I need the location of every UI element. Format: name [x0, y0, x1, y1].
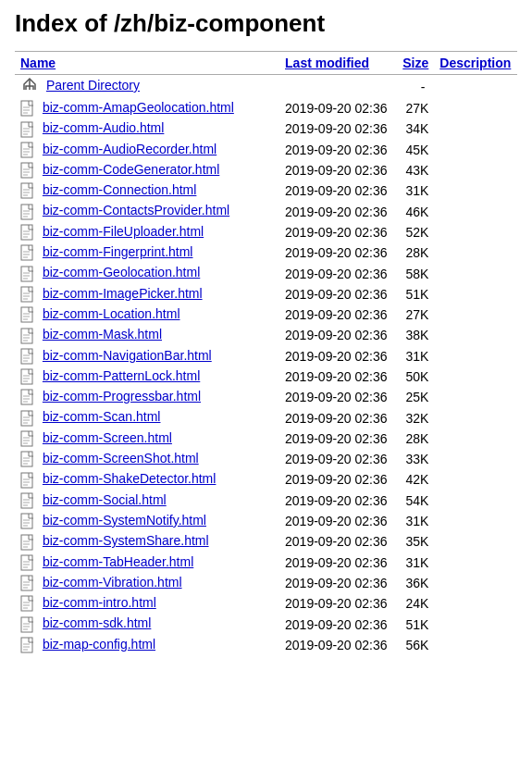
file-link[interactable]: biz-comm-sdk.html: [43, 615, 151, 630]
svg-rect-97: [21, 596, 32, 611]
table-row: biz-comm-ImagePicker.html 2019-09-20 02:…: [15, 284, 517, 304]
file-date-cell: 2019-09-20 02:36: [276, 614, 397, 634]
svg-rect-93: [21, 576, 32, 590]
sort-by-name-link[interactable]: Name: [20, 56, 56, 70]
file-date-cell: 2019-09-20 02:36: [276, 180, 397, 201]
svg-rect-37: [21, 287, 32, 302]
file-link[interactable]: biz-comm-Scan.html: [43, 409, 161, 424]
table-row: biz-comm-SystemNotify.html 2019-09-20 02…: [15, 511, 517, 531]
table-header-row: Name Last modified Size Description: [15, 52, 517, 75]
file-size-cell: 56K: [397, 635, 434, 655]
file-name-cell: biz-map-config.html: [15, 635, 276, 655]
svg-rect-5: [21, 122, 32, 137]
file-size-cell: 51K: [397, 614, 434, 634]
parent-desc-cell: [434, 75, 517, 99]
svg-rect-65: [21, 431, 32, 446]
file-date-cell: 2019-09-20 02:36: [276, 263, 397, 283]
file-name-cell: biz-comm-ScreenShot.html: [15, 449, 276, 469]
file-icon: [20, 534, 35, 551]
file-link[interactable]: biz-comm-Social.html: [43, 492, 167, 507]
table-row: biz-comm-Screen.html 2019-09-20 02:36 28…: [15, 428, 517, 449]
table-row: biz-comm-Fingerprint.html 2019-09-20 02:…: [15, 242, 517, 263]
file-date-cell: 2019-09-20 02:36: [276, 469, 397, 490]
file-desc-cell: [434, 160, 517, 180]
file-link[interactable]: biz-comm-Progressbar.html: [43, 389, 201, 404]
file-link[interactable]: biz-comm-Location.html: [43, 306, 180, 321]
file-icon: [20, 368, 35, 385]
table-row: biz-comm-AudioRecorder.html 2019-09-20 0…: [15, 140, 517, 160]
file-link[interactable]: biz-comm-intro.html: [43, 595, 156, 610]
file-name-cell: biz-comm-Geolocation.html: [15, 263, 276, 283]
file-link[interactable]: biz-comm-Screen.html: [43, 430, 172, 445]
file-link[interactable]: biz-comm-TabHeader.html: [43, 554, 193, 569]
file-icon: [20, 142, 35, 158]
file-link[interactable]: biz-comm-PatternLock.html: [43, 368, 200, 383]
file-date-cell: 2019-09-20 02:36: [276, 428, 397, 449]
file-link[interactable]: biz-comm-AudioRecorder.html: [43, 142, 217, 156]
file-link[interactable]: biz-comm-ScreenShot.html: [43, 451, 199, 466]
file-link[interactable]: biz-comm-Mask.html: [43, 327, 162, 342]
parent-size-cell: -: [397, 75, 434, 99]
svg-rect-41: [21, 307, 32, 322]
file-link[interactable]: biz-comm-Connection.html: [43, 182, 197, 197]
file-date-cell: 2019-09-20 02:36: [276, 635, 397, 655]
file-size-cell: 38K: [397, 325, 434, 345]
column-header-description: Description: [434, 52, 517, 75]
table-row: biz-comm-Mask.html 2019-09-20 02:36 38K: [15, 325, 517, 345]
file-date-cell: 2019-09-20 02:36: [276, 346, 397, 366]
file-link[interactable]: biz-comm-ContactsProvider.html: [43, 203, 229, 217]
file-desc-cell: [434, 511, 517, 531]
file-date-cell: 2019-09-20 02:36: [276, 491, 397, 511]
file-icon: [20, 266, 35, 282]
file-name-cell: biz-comm-ShakeDetector.html: [15, 469, 276, 490]
file-desc-cell: [434, 263, 517, 283]
file-desc-cell: [434, 222, 517, 242]
sort-by-size-link[interactable]: Size: [402, 56, 428, 70]
file-icon: [20, 430, 35, 447]
svg-rect-89: [21, 555, 32, 570]
file-date-cell: 2019-09-20 02:36: [276, 304, 397, 325]
file-name-cell: biz-comm-FileUploader.html: [15, 222, 276, 242]
file-name-cell: biz-comm-Social.html: [15, 491, 276, 511]
table-row: biz-comm-Scan.html 2019-09-20 02:36 32K: [15, 407, 517, 428]
file-link[interactable]: biz-comm-FileUploader.html: [43, 224, 204, 239]
file-icon: [20, 554, 35, 571]
file-date-cell: 2019-09-20 02:36: [276, 325, 397, 345]
file-link[interactable]: biz-comm-Fingerprint.html: [43, 244, 193, 259]
file-icon: [20, 451, 35, 467]
svg-rect-61: [21, 411, 32, 426]
svg-rect-21: [21, 205, 32, 219]
file-name-cell: biz-comm-AudioRecorder.html: [15, 140, 276, 160]
file-icon: [20, 286, 35, 303]
file-icon: [20, 492, 35, 509]
file-link[interactable]: biz-comm-ShakeDetector.html: [43, 471, 217, 486]
file-link[interactable]: biz-map-config.html: [43, 637, 155, 652]
parent-date-cell: [276, 75, 397, 99]
file-link[interactable]: biz-comm-Geolocation.html: [43, 265, 200, 279]
file-desc-cell: [434, 201, 517, 221]
file-link[interactable]: biz-comm-CodeGenerator.html: [43, 162, 219, 177]
file-link[interactable]: biz-comm-Vibration.html: [43, 575, 182, 590]
file-size-cell: 36K: [397, 573, 434, 593]
file-link[interactable]: biz-comm-Audio.html: [43, 120, 164, 135]
svg-rect-57: [21, 390, 32, 404]
sort-by-date-link[interactable]: Last modified: [285, 56, 369, 70]
parent-directory-link[interactable]: Parent Directory: [46, 78, 140, 93]
file-date-cell: 2019-09-20 02:36: [276, 98, 397, 118]
file-link[interactable]: biz-comm-NavigationBar.html: [43, 348, 212, 363]
file-link[interactable]: biz-comm-ImagePicker.html: [43, 286, 203, 301]
file-size-cell: 24K: [397, 593, 434, 614]
file-icon: [20, 121, 35, 138]
svg-rect-17: [21, 183, 32, 198]
file-link[interactable]: biz-comm-AmapGeolocation.html: [43, 100, 234, 115]
svg-rect-9: [21, 143, 32, 157]
parent-directory-row: Parent Directory -: [15, 75, 517, 99]
file-size-cell: 51K: [397, 284, 434, 304]
file-desc-cell: [434, 118, 517, 139]
sort-by-desc-link[interactable]: Description: [439, 56, 511, 70]
file-name-cell: biz-comm-ContactsProvider.html: [15, 201, 276, 221]
file-link[interactable]: biz-comm-SystemNotify.html: [43, 513, 206, 528]
file-link[interactable]: biz-comm-SystemShare.html: [43, 533, 209, 548]
table-row: biz-comm-AmapGeolocation.html 2019-09-20…: [15, 98, 517, 118]
file-size-cell: 27K: [397, 304, 434, 325]
